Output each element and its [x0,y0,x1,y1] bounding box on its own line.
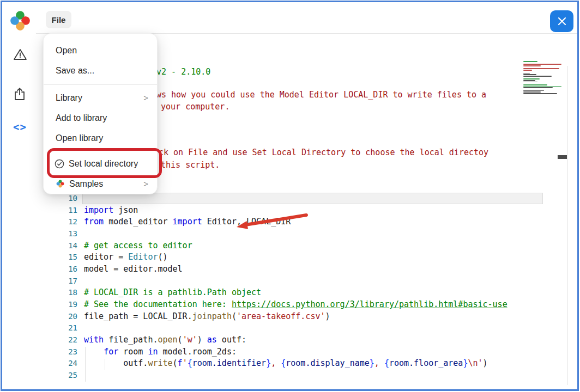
app-window: <> File 1011import json12from model_edit… [1,1,579,391]
code-line[interactable]: 11import json [2,204,547,216]
chevron-right-icon: > [143,93,148,102]
code-lines: 1011import json12from model_editor impor… [2,192,547,381]
menu-item-label: Open library [56,133,103,143]
line-number: 20 [2,312,77,321]
line-number: 11 [2,206,77,215]
minimap-row [523,90,544,91]
code-line[interactable]: 19# See the documentation here: https://… [2,298,547,310]
minimap-row [523,70,532,71]
line-number: 21 [2,323,77,332]
minimap-row [523,84,547,85]
menu-item-label: Add to library [56,113,107,123]
code-line[interactable]: 21 [2,322,547,334]
line-number: 24 [2,359,77,367]
app-logo-icon [8,9,32,33]
menu-item-library[interactable]: Library> [44,88,157,108]
minimap-row [523,65,541,66]
code-line[interactable]: 22with file_path.open('w') as outf: [2,334,547,346]
minimap-row [523,80,535,81]
close-icon [557,16,567,27]
code-icon[interactable]: <> [13,121,27,133]
scrollbar-thumb[interactable] [558,155,567,159]
line-number: 14 [2,241,77,250]
samples-logo-icon [56,179,65,188]
menu-item-label: Set local directory [69,159,138,169]
indent-guide [85,347,86,382]
code-line[interactable]: 16model = editor.model [2,263,547,275]
line-number: 12 [2,217,77,226]
menu-divider [44,84,157,85]
code-text: from model_editor import Editor, LOCAL_D… [84,217,291,226]
code-text: # LOCAL_DIR is a pathlib.Path object [84,287,261,297]
code-line[interactable]: 13 [2,228,547,240]
code-text: import json [84,205,138,215]
menu-item-open[interactable]: Open [44,40,157,60]
code-line[interactable]: 15editor = Editor() [2,251,547,263]
code-text: # get access to editor [84,241,192,250]
minimap-row [523,73,530,74]
line-number: 22 [2,335,77,344]
code-fragment: ck on File and use Set Local Directory t… [159,148,488,157]
code-line[interactable]: 12from model_editor import Editor, LOCAL… [2,216,547,228]
code-line[interactable]: 25 [2,369,547,381]
file-menu-button[interactable]: File [46,11,71,28]
minimap-row [523,82,537,83]
minimap-row [523,78,540,79]
code-line[interactable]: 20file_path = LOCAL_DIR.joinpath('area-t… [2,310,547,322]
minimap-row [523,86,561,87]
code-line[interactable]: 14# get access to editor [2,240,547,252]
line-number: 18 [2,288,77,297]
code-fragment: this script. [161,160,220,170]
menu-item-label: Save as... [56,66,94,76]
line-number: 16 [2,265,77,273]
code-text: outf.write(f'{room.identifier}, {room.di… [84,358,488,368]
minimap-row [523,74,536,75]
menu-item-set-local-directory[interactable]: Set local directory [44,154,157,174]
menu-item-add-to-library[interactable]: Add to library [44,108,157,128]
line-number: 10 [2,194,77,203]
minimap-row [523,76,552,77]
minimap-row [523,64,561,65]
line-number: 13 [2,229,77,238]
code-fragment: ws how you could use the Model Editor LO… [156,90,486,100]
close-button[interactable] [550,10,573,32]
code-text: model = editor.model [84,264,183,274]
code-line[interactable]: 17 [2,275,547,287]
code-fragment: your computer. [161,102,229,112]
minimap-row [523,68,559,69]
minimap-row [523,91,541,93]
minimap-row [523,61,537,62]
code-text: editor = Editor() [84,252,168,262]
minimap[interactable] [523,61,565,96]
code-fragment: v2 - 2.10.0 [156,67,210,77]
line-number: 19 [2,300,77,309]
line-number: 15 [2,253,77,261]
menu-item-save-as[interactable]: Save as... [44,60,157,81]
code-line[interactable]: 18# LOCAL_DIR is a pathlib.Path object [2,287,547,299]
chevron-right-icon: > [143,179,148,188]
minimap-row [523,87,553,88]
code-text: for room in model.room_2ds: [84,347,237,357]
warning-triangle-icon[interactable] [13,48,27,63]
line-number: 25 [2,371,77,379]
menu-item-samples[interactable]: Samples> [44,174,157,194]
scrollbar-track[interactable] [567,66,567,385]
menu-item-label: Library [56,93,82,103]
code-text: file_path = LOCAL_DIR.joinpath('area-tak… [84,311,330,321]
line-number: 23 [2,347,77,356]
export-icon[interactable] [13,87,26,103]
menu-item-open-library[interactable]: Open library [44,128,157,148]
minimap-row [523,93,557,94]
code-line[interactable]: 23 for room in model.room_2ds: [2,346,547,358]
circle-check-icon [55,159,64,169]
line-number: 17 [2,277,77,285]
code-line[interactable]: 24 outf.write(f'{room.identifier}, {room… [2,358,547,370]
menu-item-label: Samples [69,179,103,189]
indent-guide [105,359,105,370]
menu-item-label: Open [56,46,77,56]
code-text: with file_path.open('w') as outf: [84,335,246,345]
file-menu: OpenSave as...Library>Add to libraryOpen… [43,33,158,194]
code-text: # See the documentation here: https://do… [84,299,508,309]
